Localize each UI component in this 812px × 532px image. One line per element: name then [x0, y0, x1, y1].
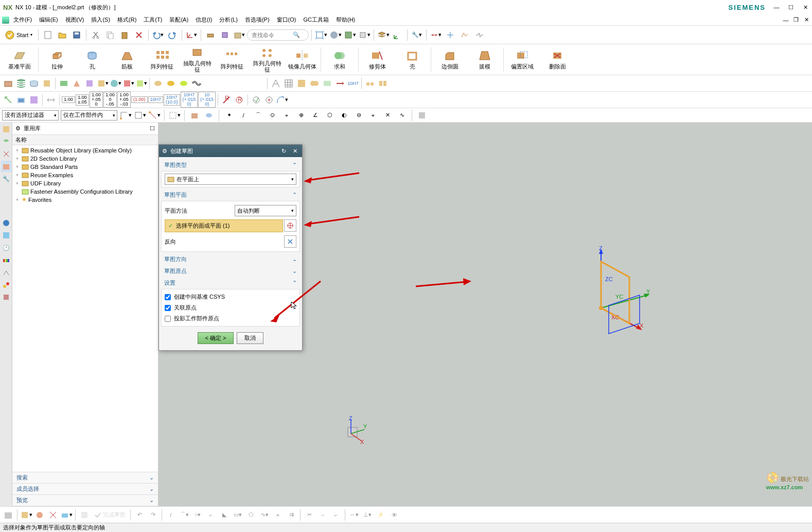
tool-d[interactable]: 🔧▾ — [410, 28, 423, 42]
bt-5[interactable]: ▾ — [60, 509, 73, 521]
sf-17[interactable]: + — [367, 109, 379, 122]
tb3-c2[interactable] — [263, 94, 275, 106]
bt-6[interactable] — [78, 509, 91, 521]
tree-item[interactable]: +Reusable Object Library (Example Only) — [13, 146, 157, 155]
menu-gc[interactable]: GC工具箱 — [300, 15, 332, 25]
sf-19[interactable]: ∿ — [396, 109, 408, 122]
bt-2[interactable]: ▾ — [20, 509, 32, 521]
menu-preferences[interactable]: 首选项(P) — [242, 15, 273, 25]
ribbon-hole[interactable]: 孔 — [75, 45, 110, 74]
tol-5[interactable]: 1.00 +.05 -.03 — [117, 92, 131, 108]
fit-button[interactable]: ▾ — [314, 28, 328, 42]
bt-trim[interactable]: ✂ — [303, 509, 315, 521]
sf-4[interactable]: ▾ — [168, 109, 181, 122]
acc-search[interactable]: 搜索⌄ — [12, 472, 158, 484]
bt-fillet[interactable]: ⌐ — [205, 509, 217, 521]
select-face-button[interactable] — [284, 219, 296, 232]
close-button[interactable]: ✕ — [802, 4, 809, 11]
tree-item[interactable]: +UDF Library — [13, 179, 157, 187]
sf-1[interactable]: ▾ — [119, 109, 132, 122]
tb2-11[interactable]: ▾ — [135, 77, 147, 90]
redo-button[interactable] — [166, 28, 179, 42]
bt-1[interactable] — [2, 509, 14, 521]
close-icon[interactable]: ✕ — [291, 147, 299, 155]
menu-view[interactable]: 视图(V) — [62, 15, 87, 25]
reverse-button[interactable] — [284, 235, 296, 248]
section-sketch-origin[interactable]: 草图原点⌄ — [161, 265, 300, 277]
tol-4[interactable]: 1.00 0 -.05 — [103, 92, 117, 108]
vtab-navigator[interactable] — [1, 124, 11, 135]
bt-8[interactable]: ↷ — [147, 509, 159, 521]
bt-extend[interactable]: → — [316, 509, 329, 521]
tb2-9[interactable]: ▾ — [109, 77, 121, 90]
bt-finish-sketch[interactable]: 完成草图 — [92, 509, 128, 521]
bt-point[interactable]: + — [272, 509, 284, 521]
ribbon-pattern-geo[interactable]: 阵列几何特征 — [250, 45, 285, 74]
tool-b[interactable] — [218, 28, 232, 42]
tb2-12[interactable] — [152, 77, 164, 90]
shade-button[interactable]: ▾ — [329, 28, 342, 42]
sf-10[interactable]: ⊙ — [266, 109, 278, 122]
copy-button[interactable] — [103, 28, 117, 42]
menu-help[interactable]: 帮助(H) — [333, 15, 358, 25]
tb2-5[interactable] — [58, 77, 70, 90]
ribbon-extract[interactable]: 抽取几何特征 — [180, 45, 215, 74]
panel-pin-icon[interactable]: ☐ — [150, 125, 155, 132]
tb2-2[interactable] — [15, 77, 27, 90]
menu-tools[interactable]: 工具(T) — [140, 15, 165, 25]
vtab-11[interactable] — [1, 279, 11, 290]
tb2-16[interactable] — [270, 77, 282, 90]
vtab-reuse[interactable] — [1, 161, 11, 172]
bt-spline[interactable]: ∿▾ — [258, 509, 271, 521]
selection-filter[interactable]: 没有选择过滤器 — [2, 110, 59, 121]
bt-cons[interactable]: ⊥▾ — [361, 509, 374, 521]
vtab-constraint[interactable] — [1, 148, 11, 160]
vtab-5[interactable]: 🔧 — [1, 173, 11, 184]
reset-icon[interactable]: ↻ — [279, 147, 288, 155]
menu-format[interactable]: 格式(R) — [114, 15, 139, 25]
sf-6[interactable] — [203, 109, 215, 122]
bt-auto[interactable]: ⚡ — [375, 509, 387, 521]
sf-9[interactable]: ⌒ — [252, 109, 264, 122]
tb2-7[interactable] — [83, 77, 96, 90]
mdi-restore[interactable]: ❐ — [792, 16, 800, 24]
command-search[interactable]: 🔍 — [247, 29, 309, 41]
dialog-titlebar[interactable]: ⚙ 创建草图 ↻ ✕ — [159, 145, 302, 157]
search-input[interactable] — [252, 32, 293, 38]
tb2-3[interactable] — [28, 77, 40, 90]
tool-f[interactable] — [444, 28, 457, 42]
tol-3[interactable]: 1.00 +.05 0 — [90, 92, 103, 108]
tb2-23[interactable] — [364, 77, 376, 90]
sf-3[interactable]: ▾ — [148, 109, 161, 122]
new-button[interactable] — [41, 28, 55, 42]
menu-assembly[interactable]: 装配(A) — [166, 15, 191, 25]
tb3-1[interactable] — [2, 94, 14, 106]
tb3-r1[interactable]: R — [220, 94, 233, 106]
bt-dim[interactable]: ↔▾ — [348, 509, 360, 521]
tb2-24[interactable] — [377, 77, 389, 90]
view-button[interactable]: ▾ — [358, 28, 371, 42]
tb2-13[interactable] — [165, 77, 177, 90]
reuse-tree[interactable]: +Reusable Object Library (Example Only) … — [12, 145, 158, 472]
bt-4[interactable] — [47, 509, 59, 521]
menu-info[interactable]: 信息(I) — [192, 15, 215, 25]
tol-2[interactable]: 1.00 ±.05 — [76, 94, 89, 106]
maximize-button[interactable]: ☐ — [787, 4, 795, 11]
bt-poly[interactable]: ⬠ — [245, 509, 257, 521]
tb2-4[interactable] — [41, 77, 53, 90]
bt-7[interactable]: ↶ — [133, 509, 146, 521]
tool-g[interactable] — [458, 28, 471, 42]
sf-12[interactable]: ⊕ — [295, 109, 307, 122]
bt-rect[interactable]: ▭▾ — [232, 509, 244, 521]
acc-member[interactable]: 成员选择⌄ — [12, 484, 158, 495]
tree-item[interactable]: +2D Section Library — [13, 155, 157, 163]
plane-method-combo[interactable]: 自动判断 — [235, 205, 296, 216]
tb2-17[interactable] — [283, 77, 295, 90]
cut-button[interactable] — [89, 28, 102, 42]
vtab-12[interactable] — [1, 291, 11, 303]
tb2-19[interactable] — [308, 77, 321, 90]
sf-11[interactable]: + — [280, 109, 293, 122]
wcs-button[interactable] — [391, 28, 404, 42]
ribbon-rib[interactable]: 筋板 — [110, 45, 145, 74]
csys-button[interactable]: ▾ — [185, 28, 198, 42]
